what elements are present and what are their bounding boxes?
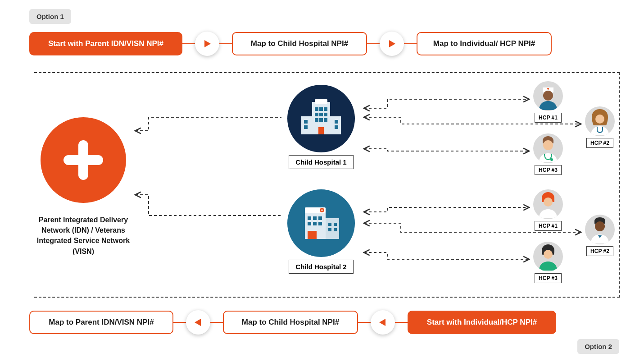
svg-rect-21 xyxy=(318,127,324,134)
play-right-icon xyxy=(195,32,219,56)
hcp-2-3: HCP #3 xyxy=(531,242,566,283)
svg-marker-0 xyxy=(204,40,211,47)
doctor-icon xyxy=(585,106,615,136)
svg-rect-35 xyxy=(334,228,337,231)
svg-rect-36 xyxy=(308,231,317,239)
svg-rect-15 xyxy=(319,118,323,122)
svg-marker-44 xyxy=(195,319,201,326)
flow-start-hcp: Start with Individual/HCP NPI# xyxy=(408,311,556,334)
svg-point-37 xyxy=(543,91,553,101)
svg-point-42 xyxy=(595,221,605,231)
svg-rect-23 xyxy=(326,218,339,239)
parent-idn-node: Parent Integrated Delivery Network (IDN)… xyxy=(34,117,133,257)
svg-point-41 xyxy=(544,197,553,207)
svg-rect-14 xyxy=(315,118,318,122)
hcp-2-1: HCP #1 xyxy=(531,189,566,231)
child-hospital-1-label: Child Hospital 1 xyxy=(289,155,353,169)
hcp-label: HCP #1 xyxy=(535,221,562,231)
svg-rect-11 xyxy=(315,113,318,116)
hospital-icon xyxy=(287,85,355,152)
svg-rect-19 xyxy=(335,120,338,124)
svg-rect-33 xyxy=(334,223,337,226)
svg-marker-1 xyxy=(389,40,395,47)
svg-rect-30 xyxy=(313,222,317,225)
svg-point-43 xyxy=(544,250,553,259)
svg-rect-10 xyxy=(324,107,327,111)
option-2-tag: Option 2 xyxy=(577,339,619,354)
hcp-1-1: HCP #1 xyxy=(531,81,566,123)
svg-rect-17 xyxy=(304,120,308,124)
svg-rect-7 xyxy=(315,99,327,104)
svg-rect-27 xyxy=(313,216,317,220)
doctor-icon xyxy=(533,133,563,163)
hcp-label: HCP #2 xyxy=(586,246,613,256)
parent-idn-label: Parent Integrated Delivery Network (IDN)… xyxy=(34,215,133,257)
svg-rect-12 xyxy=(319,113,323,116)
flow-start-parent: Start with Parent IDN/VISN NPI# xyxy=(29,32,182,55)
hcp-label: HCP #1 xyxy=(535,113,562,123)
hcp-1-3: HCP #3 xyxy=(531,133,566,175)
plus-icon xyxy=(41,117,126,203)
svg-rect-8 xyxy=(315,107,318,111)
flow-map-parent: Map to Parent IDN/VISN NPI# xyxy=(29,311,173,334)
svg-rect-31 xyxy=(318,222,322,225)
svg-rect-9 xyxy=(319,107,323,111)
flow-map-child-bottom: Map to Child Hospital NPI# xyxy=(223,311,358,334)
svg-rect-13 xyxy=(324,113,327,116)
svg-rect-3 xyxy=(63,155,103,165)
play-left-icon xyxy=(186,310,210,335)
svg-point-38 xyxy=(595,115,604,124)
flow-map-hcp: Map to Individual/ HCP NPI# xyxy=(417,32,552,55)
svg-rect-26 xyxy=(308,216,311,220)
child-hospital-1: Child Hospital 1 xyxy=(287,85,355,169)
child-hospital-2-label: Child Hospital 2 xyxy=(289,260,353,274)
svg-point-40 xyxy=(550,158,553,161)
svg-rect-16 xyxy=(324,118,327,122)
nurse-icon xyxy=(533,81,563,111)
svg-marker-45 xyxy=(379,319,385,326)
doctor-icon xyxy=(533,189,563,219)
flow-map-child: Map to Child Hospital NPI# xyxy=(232,32,367,55)
option-1-tag: Option 1 xyxy=(29,9,71,24)
hcp-2-2: HCP #2 xyxy=(582,215,617,256)
hcp-label: HCP #2 xyxy=(586,138,613,148)
child-hospital-2: Child Hospital 2 xyxy=(287,189,355,274)
doctor-icon xyxy=(585,215,615,244)
svg-rect-18 xyxy=(304,125,308,129)
svg-rect-34 xyxy=(328,228,331,231)
svg-rect-29 xyxy=(308,222,311,225)
svg-point-39 xyxy=(543,140,553,150)
hcp-1-2: HCP #2 xyxy=(582,106,617,148)
hcp-label: HCP #3 xyxy=(535,165,562,175)
svg-rect-32 xyxy=(328,223,331,226)
play-right-icon xyxy=(380,32,404,56)
svg-rect-28 xyxy=(318,216,322,220)
hcp-label: HCP #3 xyxy=(535,273,562,283)
nurse-icon xyxy=(533,242,563,271)
hospital-icon xyxy=(287,189,355,257)
svg-rect-20 xyxy=(335,125,338,129)
play-left-icon xyxy=(371,310,395,335)
